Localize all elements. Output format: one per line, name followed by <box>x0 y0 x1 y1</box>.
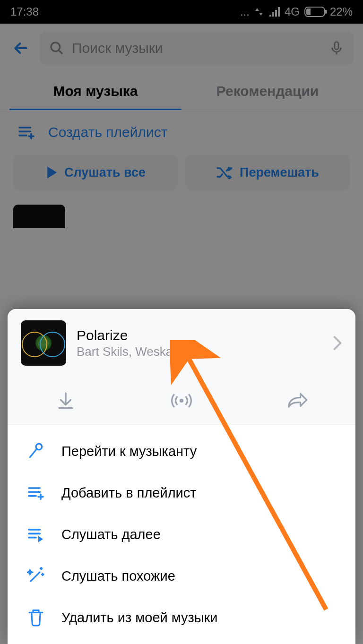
track-header[interactable]: Polarize Bart Skils, Weska <box>8 309 355 377</box>
menu-label: Слушать далее <box>61 527 161 542</box>
menu-label: Добавить в плейлист <box>61 485 197 501</box>
album-art <box>21 320 66 366</box>
bottom-sheet: Polarize Bart Skils, Weska Перейти к муз… <box>8 309 355 644</box>
menu-add-to-playlist[interactable]: Добавить в плейлист <box>8 472 355 514</box>
mic-artist-icon <box>27 442 45 460</box>
broadcast-button[interactable] <box>123 377 239 424</box>
menu-delete[interactable]: Удалить из моей музыки <box>8 597 355 638</box>
svg-point-2 <box>180 399 183 403</box>
trash-icon <box>27 608 44 627</box>
share-icon <box>286 391 308 410</box>
magic-wand-icon <box>27 567 45 585</box>
playlist-add-icon <box>26 485 45 501</box>
menu-label: Перейти к музыканту <box>61 444 197 459</box>
menu-play-next[interactable]: Слушать далее <box>8 514 355 555</box>
track-info: Polarize Bart Skils, Weska <box>77 327 322 359</box>
menu-go-to-artist[interactable]: Перейти к музыканту <box>8 430 355 472</box>
track-artist: Bart Skils, Weska <box>77 344 322 359</box>
play-next-icon <box>26 526 45 542</box>
menu-label: Удалить из моей музыки <box>61 610 218 626</box>
share-button[interactable] <box>240 377 355 424</box>
download-icon <box>56 391 76 411</box>
menu-label: Слушать похожие <box>61 568 175 584</box>
broadcast-icon <box>170 391 193 410</box>
download-button[interactable] <box>8 377 123 424</box>
track-title: Polarize <box>77 327 322 343</box>
quick-actions-row <box>8 377 355 425</box>
menu-list: Перейти к музыканту Добавить в плейлист … <box>8 425 355 644</box>
chevron-right-icon <box>333 335 342 351</box>
menu-play-similar[interactable]: Слушать похожие <box>8 555 355 597</box>
